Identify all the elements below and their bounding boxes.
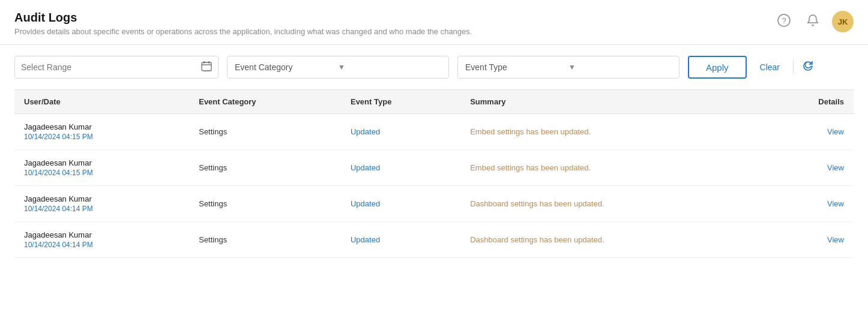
audit-log-table: User/Date Event Category Event Type Summ… [14,89,854,258]
cell-user-date: Jagadeesan Kumar 10/14/2024 04:15 PM [14,150,189,186]
refresh-icon [802,62,814,74]
vertical-divider [793,61,794,74]
col-header-event-category: Event Category [189,90,341,114]
date-range-picker[interactable] [14,56,219,79]
user-date: 10/14/2024 04:14 PM [24,205,179,213]
cell-user-date: Jagadeesan Kumar 10/14/2024 04:15 PM [14,114,189,150]
cell-details: View [765,150,854,186]
user-name: Jagadeesan Kumar [24,158,179,167]
cell-summary: Dashboard settings has been updated. [460,222,765,258]
cell-summary: Embed settings has been updated. [460,114,765,150]
date-range-input[interactable] [21,62,201,72]
cell-event-type: Updated [341,186,460,222]
event-type-label: Event Type [465,62,564,72]
user-date: 10/14/2024 04:15 PM [24,133,179,141]
table-row: Jagadeesan Kumar 10/14/2024 04:15 PM Set… [14,114,854,150]
view-link[interactable]: View [827,127,844,136]
chevron-down-icon: ▼ [568,63,667,71]
user-name: Jagadeesan Kumar [24,194,179,203]
help-button[interactable]: ? [774,12,794,31]
table-row: Jagadeesan Kumar 10/14/2024 04:14 PM Set… [14,222,854,258]
cell-details: View [765,222,854,258]
table-body: Jagadeesan Kumar 10/14/2024 04:15 PM Set… [14,114,854,258]
cell-details: View [765,186,854,222]
view-link[interactable]: View [827,163,844,172]
header-actions: ? JK [774,11,854,32]
apply-button[interactable]: Apply [688,56,747,79]
page-header-left: Audit Logs Provides details about specif… [14,11,472,36]
avatar[interactable]: JK [832,11,854,32]
svg-text:?: ? [782,16,786,25]
col-header-user-date: User/Date [14,90,189,114]
audit-log-table-container: User/Date Event Category Event Type Summ… [0,89,868,258]
col-header-event-type: Event Type [341,90,460,114]
cell-event-category: Settings [189,114,341,150]
cell-event-type: Updated [341,222,460,258]
toolbar: Event Category ▼ Event Type ▼ Apply Clea… [0,45,868,89]
event-type-value[interactable]: Updated [351,163,380,172]
event-type-value[interactable]: Updated [351,199,380,208]
summary-text: Dashboard settings has been updated. [470,199,604,208]
col-header-summary: Summary [460,90,765,114]
event-type-value[interactable]: Updated [351,127,380,136]
cell-summary: Dashboard settings has been updated. [460,186,765,222]
table-row: Jagadeesan Kumar 10/14/2024 04:14 PM Set… [14,186,854,222]
page-title: Audit Logs [14,11,472,25]
user-name: Jagadeesan Kumar [24,122,179,131]
page-subtitle: Provides details about specific events o… [14,27,472,36]
cell-event-category: Settings [189,186,341,222]
cell-event-category: Settings [189,150,341,186]
help-icon: ? [777,14,791,30]
cell-event-type: Updated [341,150,460,186]
clear-button[interactable]: Clear [755,62,785,72]
notifications-button[interactable] [803,12,822,31]
view-link[interactable]: View [827,199,844,208]
page-header: Audit Logs Provides details about specif… [0,0,868,45]
summary-text: Dashboard settings has been updated. [470,235,604,244]
cell-event-category: Settings [189,222,341,258]
table-header: User/Date Event Category Event Type Summ… [14,90,854,114]
bell-icon [807,14,819,30]
cell-event-type: Updated [341,114,460,150]
cell-user-date: Jagadeesan Kumar 10/14/2024 04:14 PM [14,222,189,258]
cell-summary: Embed settings has been updated. [460,150,765,186]
event-category-label: Event Category [235,62,333,72]
col-header-details: Details [765,90,854,114]
refresh-button[interactable] [802,60,814,75]
summary-text: Embed settings has been updated. [470,163,591,172]
table-header-row: User/Date Event Category Event Type Summ… [14,90,854,114]
user-date: 10/14/2024 04:15 PM [24,169,179,177]
event-type-dropdown[interactable]: Event Type ▼ [457,56,680,79]
svg-rect-2 [202,62,211,71]
summary-text: Embed settings has been updated. [470,127,591,136]
event-type-value[interactable]: Updated [351,235,380,244]
user-name: Jagadeesan Kumar [24,230,179,239]
chevron-down-icon: ▼ [338,63,436,71]
event-category-dropdown[interactable]: Event Category ▼ [227,56,449,79]
user-date: 10/14/2024 04:14 PM [24,241,179,249]
cell-details: View [765,114,854,150]
calendar-icon[interactable] [201,61,212,74]
cell-user-date: Jagadeesan Kumar 10/14/2024 04:14 PM [14,186,189,222]
view-link[interactable]: View [827,235,844,244]
table-row: Jagadeesan Kumar 10/14/2024 04:15 PM Set… [14,150,854,186]
